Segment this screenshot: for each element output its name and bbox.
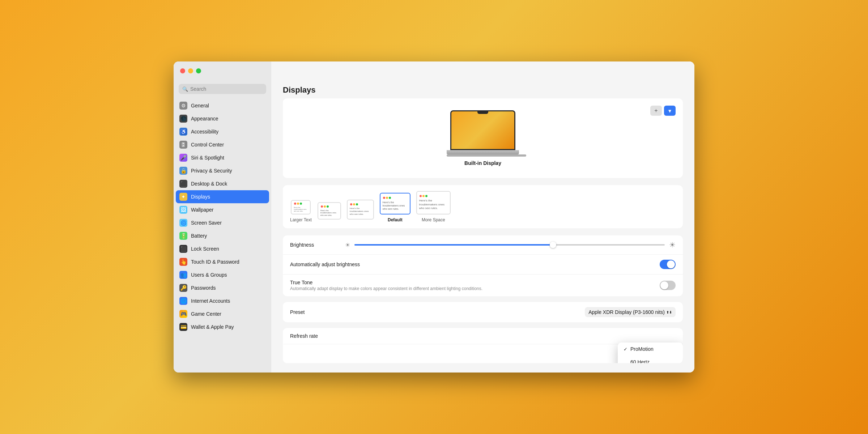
resolution-section: Here's the troublemakers ones who see ru… xyxy=(283,185,683,228)
dot-yellow-option3 xyxy=(353,203,355,205)
sidebar-label-accessibility: Accessibility xyxy=(191,129,218,135)
dropdown-label-promotion: ProMotion xyxy=(630,346,654,352)
res-thumbnail-option3: Here's the troublemakers ones who see ru… xyxy=(347,200,374,220)
main-content: + ▾ Built-in Display xyxy=(271,98,694,373)
dropdown-item-60hz[interactable]: ✓ 60 Hertz xyxy=(618,356,683,363)
sidebar-icon-battery: 🔋 xyxy=(179,232,187,240)
thumb-dots-option3 xyxy=(349,202,372,206)
sidebar-icon-lockscreen: ⬛ xyxy=(179,245,187,253)
sidebar-item-battery[interactable]: 🔋 Battery xyxy=(176,229,269,242)
auto-brightness-row: Automatically adjust brightness xyxy=(283,255,683,275)
sidebar-item-privacy[interactable]: 🔒 Privacy & Security xyxy=(176,164,269,177)
page-title: Displays xyxy=(271,80,694,98)
search-input[interactable] xyxy=(190,86,263,92)
auto-brightness-toggle[interactable] xyxy=(660,260,676,269)
thumb-text-default: Here's the troublemakers ones who see ru… xyxy=(382,200,409,212)
sidebar-label-privacy: Privacy & Security xyxy=(191,168,232,174)
sidebar-item-users[interactable]: 👥 Users & Groups xyxy=(176,268,269,281)
refresh-rate-label: Refresh rate xyxy=(290,333,676,339)
check-icon-promotion: ✓ xyxy=(624,346,627,352)
sidebar-item-screensaver[interactable]: 🌀 Screen Saver xyxy=(176,216,269,229)
sun-large-icon: ☀ xyxy=(669,241,676,249)
sidebar-icon-gamecenter: 🎮 xyxy=(179,310,187,318)
res-thumbnail-default: Here's the troublemakers ones who see ru… xyxy=(380,193,410,214)
dot-red-larger-text xyxy=(294,203,296,205)
sidebar-item-gamecenter[interactable]: 🎮 Game Center xyxy=(176,307,269,320)
thumb-text-option3: Here's the troublemakers ones who see ru… xyxy=(349,206,372,217)
sidebar-item-siri[interactable]: 🎤 Siri & Spotlight xyxy=(176,151,269,164)
add-display-button[interactable]: + xyxy=(650,106,662,116)
search-box[interactable]: 🔍 xyxy=(179,84,266,94)
sidebar-item-wallpaper[interactable]: 🖼 Wallpaper xyxy=(176,203,269,216)
close-button[interactable] xyxy=(180,68,185,73)
sidebar-icon-siri: 🎤 xyxy=(179,154,187,162)
sidebar-icon-internet: 🌐 xyxy=(179,297,187,305)
sidebar-icon-passwords: 🔑 xyxy=(179,284,187,292)
sidebar-label-dock: Desktop & Dock xyxy=(191,181,227,187)
thumb-text-larger-text: Here's the troublemakers ones who see ru… xyxy=(293,205,309,213)
sidebar-item-accessibility[interactable]: ♿ Accessibility xyxy=(176,125,269,138)
resolution-option-option2[interactable]: Here's the troublemakers ones who see ru… xyxy=(318,202,341,222)
sidebar-item-touchid[interactable]: 👆 Touch ID & Password xyxy=(176,255,269,268)
dot-green-option3 xyxy=(356,203,358,205)
sidebar-item-internet[interactable]: 🌐 Internet Accounts xyxy=(176,294,269,307)
sidebar-item-appearance[interactable]: 🌑 Appearance xyxy=(176,112,269,125)
brightness-label: Brightness xyxy=(290,242,341,248)
sidebar-item-passwords[interactable]: 🔑 Passwords xyxy=(176,281,269,294)
true-tone-toggle[interactable] xyxy=(660,281,676,290)
display-chevron-button[interactable]: ▾ xyxy=(664,106,676,116)
res-label-larger-text: Larger Text xyxy=(290,217,312,222)
macbook-base xyxy=(447,150,519,154)
thumb-text-option2: Here's the troublemakers ones who see ru… xyxy=(319,208,339,218)
dot-yellow-more-space xyxy=(422,195,425,197)
resolution-option-default[interactable]: Here's the troublemakers ones who see ru… xyxy=(380,193,410,222)
brightness-slider[interactable] xyxy=(354,244,665,246)
sidebar-label-wallpaper: Wallpaper xyxy=(191,207,214,213)
sidebar-item-wallet[interactable]: 💳 Wallet & Apple Pay xyxy=(176,320,269,333)
resolution-option-more-space[interactable]: Here's the troublemakers ones who see ru… xyxy=(416,191,451,222)
sidebar-icon-privacy: 🔒 xyxy=(179,167,187,175)
sidebar-label-siri: Siri & Spotlight xyxy=(191,155,224,161)
sidebar-label-general: General xyxy=(191,103,209,109)
dot-green-option2 xyxy=(327,205,329,208)
sidebar-icon-general: ⚙ xyxy=(179,102,187,110)
resolution-option-larger-text[interactable]: Here's the troublemakers ones who see ru… xyxy=(290,200,312,222)
brightness-card: Brightness ☀ ☀ Automatically adjust brig… xyxy=(283,235,683,296)
sidebar-label-battery: Battery xyxy=(191,233,207,239)
sidebar-icon-dock: ⬛ xyxy=(179,180,187,188)
sidebar-item-control[interactable]: 🎛 Control Center xyxy=(176,138,269,151)
sidebar-item-lockscreen[interactable]: ⬛ Lock Screen xyxy=(176,242,269,255)
minimize-button[interactable] xyxy=(188,68,193,73)
sidebar-item-displays[interactable]: ✦ Displays xyxy=(176,190,269,203)
notch xyxy=(477,111,488,114)
sidebar-item-general[interactable]: ⚙ General xyxy=(176,99,269,112)
sidebar-label-appearance: Appearance xyxy=(191,116,218,122)
sidebar-label-wallet: Wallet & Apple Pay xyxy=(191,324,234,330)
sidebar-item-dock[interactable]: ⬛ Desktop & Dock xyxy=(176,177,269,190)
preset-select[interactable]: Apple XDR Display (P3-1600 nits) ⬆⬇ xyxy=(585,307,676,317)
sidebar-icon-appearance: 🌑 xyxy=(179,115,187,123)
preset-label: Preset xyxy=(290,309,581,315)
brightness-row: Brightness ☀ ☀ xyxy=(283,235,683,255)
sidebar-label-gamecenter: Game Center xyxy=(191,311,221,317)
thumb-text-more-space: Here's the troublemakers ones who see ru… xyxy=(418,198,449,211)
sidebar-icon-users: 👥 xyxy=(179,271,187,279)
system-settings-window: 🔍 ⚙ General 🌑 Appearance ♿ Accessibility… xyxy=(174,61,694,373)
dot-red-option2 xyxy=(321,205,323,208)
preset-chevron-icon: ⬆⬇ xyxy=(666,310,672,314)
maximize-button[interactable] xyxy=(196,68,201,73)
dropdown-item-promotion[interactable]: ✓ ProMotion xyxy=(618,342,683,356)
sidebar-icon-touchid: 👆 xyxy=(179,258,187,266)
res-thumbnail-larger-text: Here's the troublemakers ones who see ru… xyxy=(291,200,311,214)
macbook-foot xyxy=(447,154,526,157)
thumb-dots-more-space xyxy=(418,194,449,198)
preset-card: Preset Apple XDR Display (P3-1600 nits) … xyxy=(283,302,683,322)
dot-green-larger-text xyxy=(300,203,302,205)
sidebar-label-internet: Internet Accounts xyxy=(191,298,230,304)
thumb-dots-larger-text xyxy=(293,201,309,205)
res-thumbnail-more-space: Here's the troublemakers ones who see ru… xyxy=(416,191,451,214)
resolution-option-option3[interactable]: Here's the troublemakers ones who see ru… xyxy=(347,200,374,222)
res-thumbnail-option2: Here's the troublemakers ones who see ru… xyxy=(318,202,341,220)
display-actions: + ▾ xyxy=(650,106,676,116)
sidebar-icon-accessibility: ♿ xyxy=(179,128,187,136)
